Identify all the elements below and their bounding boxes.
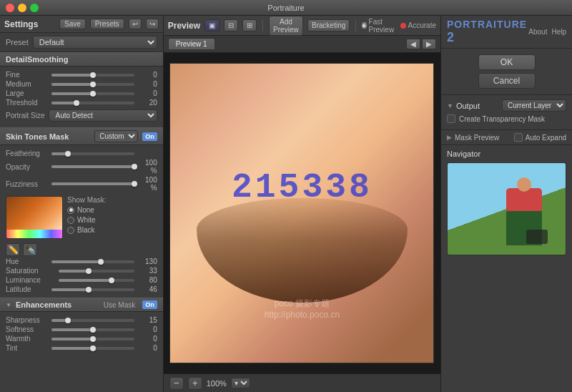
luminance-slider[interactable] <box>59 279 134 282</box>
eye-overlay <box>197 198 407 303</box>
latitude-slider-row: Latitude 46 <box>6 285 157 293</box>
softness-value: 0 <box>137 325 157 333</box>
help-link[interactable]: Help <box>551 28 566 36</box>
output-label: Output <box>456 102 499 110</box>
preview-image-area[interactable]: 215338 poco 摄影专题 http://photo.poco.cn <box>164 53 440 373</box>
bracketing-button[interactable]: Bracketing <box>307 19 350 31</box>
threshold-slider[interactable] <box>51 102 134 104</box>
tint-value: 0 <box>137 344 157 352</box>
large-slider[interactable] <box>51 92 134 95</box>
white-radio[interactable] <box>67 217 74 224</box>
portrait-size-select[interactable]: Auto Detect <box>49 109 157 122</box>
sharpness-value: 15 <box>137 316 157 324</box>
middle-panel: Preview ▣ ⊟ ⊞ Add Preview Bracketing Fas… <box>164 16 440 392</box>
close-button[interactable] <box>6 4 14 12</box>
sharpness-slider[interactable] <box>51 319 134 322</box>
medium-slider[interactable] <box>51 83 134 86</box>
saturation-slider-row: Saturation 33 <box>6 267 157 275</box>
portraiture-logo: PORTRAITURE 2 <box>447 19 528 45</box>
dropper-button-1[interactable]: ✏️ <box>6 243 20 256</box>
show-mask-area: Show Mask: None White Black <box>67 196 106 234</box>
luminance-label: Luminance <box>6 276 56 284</box>
enhancements-content: Sharpness 15 Softness 0 Warmth <box>0 312 163 356</box>
preset-select[interactable]: Default <box>33 36 157 49</box>
accurate-dot <box>400 23 406 29</box>
multi-view-button[interactable]: ⊞ <box>242 19 257 31</box>
softness-slider[interactable] <box>51 328 134 331</box>
saturation-value: 33 <box>137 267 157 275</box>
none-radio-row[interactable]: None <box>67 206 106 214</box>
warmth-slider[interactable] <box>51 338 134 340</box>
hue-slider[interactable] <box>51 260 134 263</box>
opacity-slider[interactable] <box>51 165 134 168</box>
feathering-slider[interactable] <box>51 152 134 155</box>
traffic-lights[interactable] <box>6 4 39 12</box>
skin-content: Feathering Opacity 100 % Fuzziness <box>0 145 163 298</box>
auto-expand-checkbox[interactable] <box>514 133 523 142</box>
accurate-radio-label[interactable]: Accurate <box>400 21 436 29</box>
dropper-button-2[interactable]: ✒️ <box>23 243 37 256</box>
skin-on-badge[interactable]: On <box>142 132 157 141</box>
mask-preview-label: Mask Preview <box>455 134 511 142</box>
none-radio[interactable] <box>67 207 74 214</box>
minimize-button[interactable] <box>18 4 26 12</box>
zoom-select[interactable]: ▾ <box>231 378 250 388</box>
fast-preview-radio[interactable] <box>362 22 367 29</box>
output-collapse-icon[interactable]: ▼ <box>447 102 453 109</box>
preset-label: Preset <box>6 38 29 46</box>
redo-button[interactable]: ↪ <box>146 19 159 29</box>
split-view-button[interactable]: ⊟ <box>224 19 238 31</box>
create-transparency-checkbox[interactable] <box>447 114 455 123</box>
ok-button[interactable]: OK <box>478 54 536 70</box>
black-radio[interactable] <box>67 227 74 234</box>
tab-prev-button[interactable]: ◀ <box>406 39 420 49</box>
black-label: Black <box>77 226 94 234</box>
left-panel: Settings Save Presets ↩ ↪ Preset Default… <box>0 16 164 392</box>
enhance-collapse-icon[interactable]: ▼ <box>6 302 11 308</box>
warmth-slider-row: Warmth 0 <box>6 335 157 343</box>
fuzziness-value: 100 % <box>137 176 157 192</box>
fine-slider-row: Fine 0 <box>6 71 157 79</box>
presets-button[interactable]: Presets <box>90 19 124 29</box>
mask-preview-collapse-icon[interactable]: ▶ <box>447 134 452 141</box>
preset-row: Preset Default <box>0 33 163 52</box>
feathering-label: Feathering <box>6 150 49 157</box>
tint-slider[interactable] <box>51 347 134 350</box>
enhance-on-badge[interactable]: On <box>142 300 157 309</box>
threshold-value: 20 <box>137 99 157 107</box>
white-radio-row[interactable]: White <box>67 216 106 224</box>
zoom-plus-button[interactable]: + <box>188 377 202 390</box>
watermark-line2: http://photo.poco.cn <box>265 310 340 320</box>
save-button[interactable]: Save <box>59 19 86 29</box>
preview-title: Preview <box>168 21 200 31</box>
output-layer-select[interactable]: Current Layer <box>502 99 566 112</box>
color-picker-area: Show Mask: None White Black <box>6 196 157 239</box>
logo-highlight: T <box>497 19 504 30</box>
preview-tab-1[interactable]: Preview 1 <box>168 38 215 50</box>
color-swatch[interactable] <box>6 196 63 239</box>
black-radio-row[interactable]: Black <box>67 226 106 234</box>
zoom-minus-button[interactable]: − <box>169 377 184 390</box>
skin-tones-header: Skin Tones Mask Custom On <box>0 127 163 145</box>
enhance-title: Enhancements <box>16 300 99 309</box>
tab-next-button[interactable]: ▶ <box>422 39 436 49</box>
single-view-button[interactable]: ▣ <box>204 19 220 31</box>
fine-slider[interactable] <box>51 74 134 77</box>
cancel-button[interactable]: Cancel <box>478 73 536 89</box>
add-preview-button[interactable]: Add Preview <box>269 16 303 36</box>
fuzziness-slider[interactable] <box>51 182 134 185</box>
portrait-size-row: Portrait Size Auto Detect <box>6 109 157 122</box>
navigator-thumbnail[interactable] <box>447 162 566 255</box>
undo-button[interactable]: ↩ <box>129 19 142 29</box>
maximize-button[interactable] <box>30 4 39 12</box>
preview-toolbar: Preview ▣ ⊟ ⊞ Add Preview Bracketing Fas… <box>164 16 440 36</box>
saturation-slider[interactable] <box>59 270 134 273</box>
latitude-slider[interactable] <box>51 288 134 291</box>
settings-header: Settings Save Presets ↩ ↪ <box>0 16 163 33</box>
skin-preset-select[interactable]: Custom <box>94 130 138 142</box>
navigator-label: Navigator <box>447 150 566 158</box>
about-link[interactable]: About <box>528 28 547 36</box>
fast-preview-radio-label[interactable]: Fast Preview <box>362 18 396 34</box>
portrait-size-label: Portrait Size <box>6 112 44 119</box>
detail-smoothing-header: DetailSmoothing <box>0 52 163 67</box>
